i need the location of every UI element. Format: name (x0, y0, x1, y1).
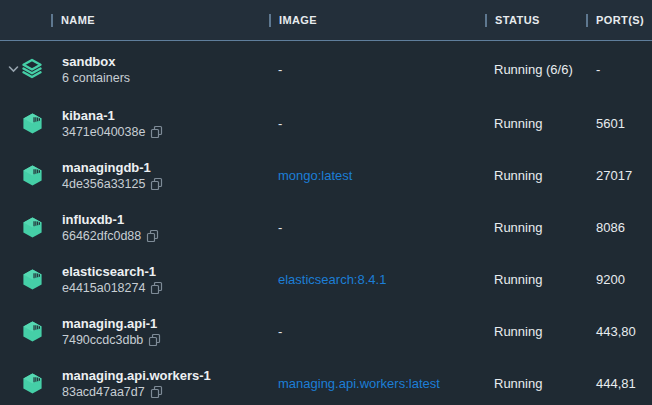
ports-text: 443,80 (586, 324, 652, 339)
container-name-link[interactable]: managing.api-1 (62, 315, 161, 332)
status-text: Running (6/6) (485, 62, 586, 77)
layers-icon (20, 57, 44, 81)
image-cell: - (269, 220, 485, 235)
name-cell: sandbox6 containers (0, 53, 269, 86)
image-cell: - (269, 116, 485, 131)
ports-text: 8086 (586, 220, 652, 235)
image-cell: mongo:latest (269, 168, 485, 183)
column-header-name: NAME (0, 14, 269, 27)
container-subtitle: 66462dfc0d88 (62, 228, 159, 244)
ports-text: 27017 (586, 168, 652, 183)
container-id: 3471e040038e (62, 124, 145, 140)
name-cell: managingdb-14de356a33125 (0, 159, 269, 192)
column-header-name-label: NAME (61, 14, 95, 26)
container-id: 66462dfc0d88 (62, 228, 141, 244)
copy-icon[interactable] (146, 229, 159, 242)
containers-table: NAME IMAGE STATUS PORT(S) sandbox6 conta… (0, 0, 652, 405)
column-header-image: IMAGE (269, 14, 485, 27)
container-row[interactable]: managingdb-14de356a33125mongo:latestRunn… (0, 149, 652, 201)
image-text: - (278, 324, 282, 339)
image-cell: elasticsearch:8.4.1 (269, 272, 485, 287)
column-header-status-label: STATUS (495, 14, 540, 26)
container-subtitle: 3471e040038e (62, 124, 163, 140)
container-cube-icon (20, 372, 44, 395)
column-separator (269, 14, 271, 27)
container-row[interactable]: managing.api.workers-183acd47aa7d7managi… (0, 357, 652, 405)
ports-text: 444,81 (586, 376, 652, 391)
ports-text: - (586, 62, 652, 77)
name-text-block: sandbox6 containers (62, 53, 130, 86)
status-text: Running (485, 168, 586, 183)
name-cell: managing.api-17490ccdc3dbb (0, 315, 269, 348)
container-cube-icon (20, 164, 44, 187)
table-header: NAME IMAGE STATUS PORT(S) (0, 0, 652, 41)
status-text: Running (485, 324, 586, 339)
copy-icon[interactable] (150, 281, 163, 294)
container-subtitle: e4415a018274 (62, 280, 163, 296)
column-separator (586, 14, 588, 27)
copy-icon[interactable] (150, 385, 163, 398)
status-text: Running (485, 272, 586, 287)
container-name-link[interactable]: kibana-1 (62, 107, 163, 124)
column-header-ports: PORT(S) (586, 14, 652, 27)
copy-icon[interactable] (150, 177, 163, 190)
name-text-block: managingdb-14de356a33125 (62, 159, 163, 192)
column-separator (51, 14, 53, 27)
column-separator (485, 14, 487, 27)
container-count: 6 containers (62, 70, 130, 86)
status-text: Running (485, 220, 586, 235)
name-cell: elasticsearch-1e4415a018274 (0, 263, 269, 296)
image-cell: managing.api.workers:latest (269, 376, 485, 391)
copy-icon[interactable] (148, 333, 161, 346)
container-id: 7490ccdc3dbb (62, 332, 143, 348)
container-cube-icon (20, 268, 44, 291)
container-row[interactable]: elasticsearch-1e4415a018274elasticsearch… (0, 253, 652, 305)
name-cell: managing.api.workers-183acd47aa7d7 (0, 367, 269, 400)
container-cube-icon (20, 112, 44, 135)
container-name-link[interactable]: influxdb-1 (62, 211, 159, 228)
image-cell: - (269, 62, 485, 77)
container-name-link[interactable]: managingdb-1 (62, 159, 163, 176)
name-text-block: elasticsearch-1e4415a018274 (62, 263, 163, 296)
column-header-image-label: IMAGE (279, 14, 317, 26)
status-text: Running (485, 116, 586, 131)
container-subtitle: 7490ccdc3dbb (62, 332, 161, 348)
name-cell: kibana-13471e040038e (0, 107, 269, 140)
name-text-block: managing.api-17490ccdc3dbb (62, 315, 161, 348)
ports-text: 9200 (586, 272, 652, 287)
container-name-link[interactable]: managing.api.workers-1 (62, 367, 211, 384)
container-name-link[interactable]: sandbox (62, 53, 130, 70)
container-cube-icon (20, 320, 44, 343)
name-text-block: managing.api.workers-183acd47aa7d7 (62, 367, 211, 400)
container-row[interactable]: managing.api-17490ccdc3dbb-Running443,80 (0, 305, 652, 357)
name-text-block: kibana-13471e040038e (62, 107, 163, 140)
column-header-status: STATUS (485, 14, 586, 27)
status-text: Running (485, 376, 586, 391)
group-row[interactable]: sandbox6 containers-Running (6/6)- (0, 41, 652, 97)
image-text: - (278, 62, 282, 77)
image-cell: - (269, 324, 485, 339)
container-id: 83acd47aa7d7 (62, 384, 145, 400)
table-body: sandbox6 containers-Running (6/6)-kibana… (0, 41, 652, 405)
copy-icon[interactable] (150, 125, 163, 138)
image-text: - (278, 116, 282, 131)
image-link[interactable]: elasticsearch:8.4.1 (278, 272, 386, 287)
container-subtitle: 83acd47aa7d7 (62, 384, 211, 400)
image-text: - (278, 220, 282, 235)
container-row[interactable]: kibana-13471e040038e-Running5601 (0, 97, 652, 149)
container-name-link[interactable]: elasticsearch-1 (62, 263, 163, 280)
container-cube-icon (20, 216, 44, 239)
chevron-down-icon[interactable] (8, 65, 20, 73)
column-header-ports-label: PORT(S) (596, 14, 644, 26)
container-subtitle: 4de356a33125 (62, 176, 163, 192)
image-link[interactable]: managing.api.workers:latest (278, 376, 440, 391)
ports-text: 5601 (586, 116, 652, 131)
image-link[interactable]: mongo:latest (278, 168, 352, 183)
container-row[interactable]: influxdb-166462dfc0d88-Running8086 (0, 201, 652, 253)
container-id: 4de356a33125 (62, 176, 145, 192)
container-subtitle: 6 containers (62, 70, 130, 86)
container-id: e4415a018274 (62, 280, 145, 296)
name-cell: influxdb-166462dfc0d88 (0, 211, 269, 244)
name-text-block: influxdb-166462dfc0d88 (62, 211, 159, 244)
